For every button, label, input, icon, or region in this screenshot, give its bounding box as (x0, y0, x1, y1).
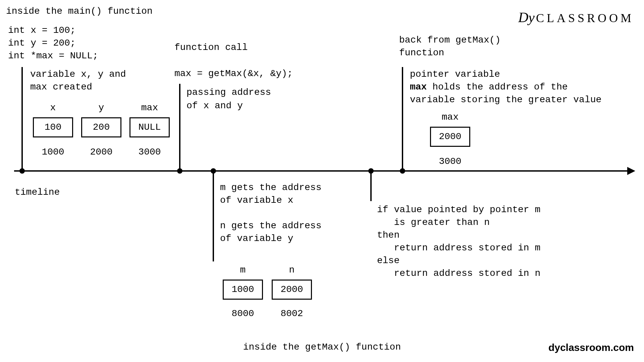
block2-caption-1: passing address (186, 87, 271, 98)
block4-line-1: if value pointed by pointer m (377, 204, 540, 215)
tick-block4 (370, 171, 372, 201)
var-x-name: x (33, 103, 73, 113)
var-n-name: n (272, 265, 312, 275)
block2-call: max = getMax(&x, &y); (174, 68, 293, 79)
block4-line-3: then (377, 230, 399, 240)
var-y-name: y (81, 103, 121, 113)
block5-caption-3: variable storing the greater value (410, 95, 601, 105)
block5-title-2: function (399, 48, 444, 58)
main-function-label: inside the main() function (6, 6, 153, 16)
tick-block3 (213, 171, 214, 261)
block2-title: function call (174, 42, 248, 53)
block5-caption-1: pointer variable (410, 69, 500, 79)
block3-caption-4: of variable y (220, 233, 293, 244)
code-line-1: int x = 100; (8, 25, 76, 36)
timeline-label: timeline (15, 187, 60, 197)
var-max2-name: max (430, 112, 470, 122)
var-m-box: 1000 (223, 280, 263, 300)
code-line-3: int *max = NULL; (8, 51, 98, 61)
block4-line-5: else (377, 255, 399, 266)
logo-script: Dy (518, 10, 535, 25)
var-max-addr: 3000 (129, 147, 170, 157)
var-n-addr: 8002 (272, 308, 312, 319)
block3-caption-1: m gets the address (220, 182, 321, 193)
block1-caption-1: variable x, y and (30, 69, 126, 79)
getmax-function-label: inside the getMax() function (0, 342, 644, 352)
logo: DyCLASSROOM (518, 9, 634, 25)
var-x-box: 100 (33, 117, 73, 137)
timeline-axis (14, 170, 628, 172)
var-m-addr: 8000 (223, 308, 263, 319)
tick-block2 (179, 84, 180, 171)
block5-caption-2b: holds the address of the (427, 82, 568, 92)
block5-caption-2: max holds the address of the (410, 82, 568, 92)
var-max2-box: 2000 (430, 127, 470, 147)
block4-line-4: return address stored in m (377, 243, 540, 253)
var-max-name: max (129, 103, 170, 113)
var-n-box: 2000 (272, 280, 312, 300)
tick-block5 (402, 67, 403, 171)
block4-line-6: return address stored in n (377, 268, 540, 279)
tick-block1 (21, 67, 23, 171)
block3-caption-3: n gets the address (220, 221, 321, 231)
var-max2-addr: 3000 (430, 156, 470, 167)
code-line-2: int y = 200; (8, 38, 76, 48)
block3-caption-2: of variable x (220, 195, 293, 205)
logo-text: CLASSROOM (536, 11, 634, 25)
block1-caption-2: max created (30, 82, 92, 92)
site-link: dyclassroom.com (548, 342, 634, 353)
timeline-arrowhead-icon (627, 167, 635, 175)
var-m-name: m (223, 265, 263, 275)
block5-title-1: back from getMax() (399, 35, 500, 45)
var-x-addr: 1000 (33, 147, 73, 157)
var-y-box: 200 (81, 117, 121, 137)
block5-caption-2a: max (410, 82, 427, 92)
var-max-box: NULL (129, 117, 170, 137)
block2-caption-2: of x and y (186, 101, 243, 111)
var-y-addr: 2000 (81, 147, 121, 157)
block4-line-2: is greater than n (377, 217, 490, 228)
